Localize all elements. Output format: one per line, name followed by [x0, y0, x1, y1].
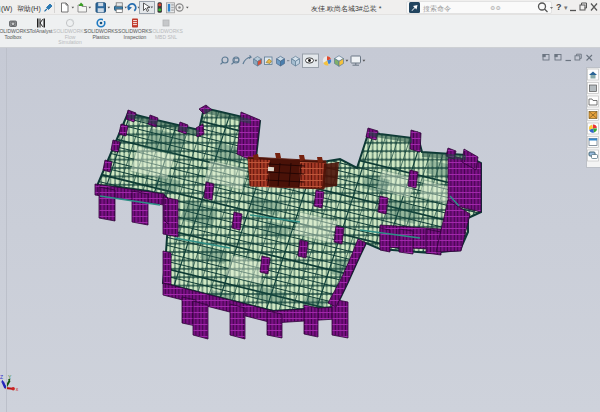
svg-text:Y: Y [8, 374, 12, 380]
svg-text:x: x [16, 386, 19, 392]
svg-text:Z: Z [0, 374, 3, 380]
